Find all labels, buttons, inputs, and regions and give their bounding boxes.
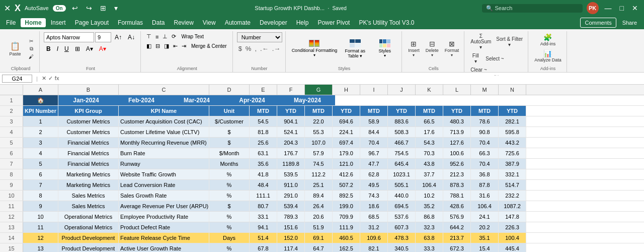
- accounting-button[interactable]: $: [237, 44, 244, 53]
- cell-i5[interactable]: 70.4: [360, 138, 388, 148]
- cell-n12[interactable]: 147.8: [499, 212, 526, 222]
- cell-b7[interactable]: Financial Metrics: [58, 159, 119, 169]
- cell-m15[interactable]: 15.4: [471, 243, 499, 252]
- cell-f11[interactable]: 539.4: [277, 201, 305, 211]
- font-color-button[interactable]: A▾: [97, 44, 109, 53]
- cell-g9[interactable]: 25.1: [305, 180, 333, 190]
- cell-c9[interactable]: Lead Conversion Rate: [119, 180, 209, 190]
- align-right-button[interactable]: ◨: [163, 42, 171, 50]
- cell-b8[interactable]: Marketing Metrics: [58, 169, 119, 179]
- cell-l6[interactable]: 100.6: [443, 148, 471, 158]
- cell-m12[interactable]: 24.1: [471, 212, 499, 222]
- col-b-header[interactable]: B: [58, 85, 119, 95]
- cell-m14[interactable]: 35.1: [471, 233, 499, 243]
- menu-review[interactable]: Review: [170, 18, 197, 27]
- cell-l10[interactable]: 788.1: [443, 191, 471, 201]
- cell-l5[interactable]: 127.6: [443, 138, 471, 148]
- cell-k6[interactable]: 70.3: [416, 148, 443, 158]
- cell-c12[interactable]: Employee Productivity Rate: [119, 212, 209, 222]
- cell-j12[interactable]: 537.6: [388, 212, 416, 222]
- cell-i8[interactable]: 62.8: [360, 169, 388, 179]
- cell-n7[interactable]: 387.9: [499, 159, 526, 169]
- cell-c6[interactable]: Burn Rate: [119, 148, 209, 158]
- cell-a3[interactable]: 1: [23, 116, 58, 127]
- cell-f8[interactable]: 539.5: [277, 169, 305, 179]
- col-n-header[interactable]: N: [499, 85, 526, 95]
- cell-c14[interactable]: Feature Release Cycle Time: [119, 233, 209, 243]
- share-button[interactable]: Share: [617, 18, 642, 27]
- border-button[interactable]: ⊞: [72, 44, 83, 53]
- decrease-font-button[interactable]: A↓: [125, 33, 137, 42]
- cell-k10[interactable]: 10.2: [416, 191, 443, 201]
- cell-k14[interactable]: 63.8: [416, 233, 443, 243]
- cell-k7[interactable]: 43.8: [416, 159, 443, 169]
- cell-d6[interactable]: $/Month: [209, 148, 250, 158]
- cell-j15[interactable]: 340.5: [388, 243, 416, 252]
- cell-a8[interactable]: 6: [23, 169, 58, 179]
- cell-b5[interactable]: Financial Metrics: [58, 138, 119, 148]
- menu-pk-utility[interactable]: PK's Utility Tool V3.0: [355, 18, 418, 27]
- cell-j4[interactable]: 508.3: [388, 127, 416, 137]
- cell-d11[interactable]: $: [209, 201, 250, 211]
- cell-e3[interactable]: 54.5: [250, 116, 277, 127]
- cell-d8[interactable]: %: [209, 169, 250, 179]
- cell-e5[interactable]: 25.6: [250, 138, 277, 148]
- col-m-header[interactable]: M: [471, 85, 499, 95]
- col-h-header[interactable]: H: [333, 85, 360, 95]
- cell-m6[interactable]: 66.3: [471, 148, 499, 158]
- col-k-header[interactable]: K: [416, 85, 443, 95]
- menu-home[interactable]: Home: [21, 18, 45, 27]
- cell-i11[interactable]: 18.6: [360, 201, 388, 211]
- cell-j11[interactable]: 694.5: [388, 201, 416, 211]
- cell-f10[interactable]: 291.0: [277, 191, 305, 201]
- delete-cells-button[interactable]: ⊟ Delete ▾: [424, 39, 441, 58]
- increase-indent-button[interactable]: ⇥: [180, 42, 188, 50]
- cell-h7[interactable]: 121.0: [333, 159, 360, 169]
- cell-m8[interactable]: 36.8: [471, 169, 499, 179]
- col-a-header[interactable]: A: [23, 85, 58, 95]
- increase-font-button[interactable]: A↑: [112, 33, 124, 42]
- cell-b14[interactable]: Product Development: [58, 233, 119, 243]
- cell-d10[interactable]: %: [209, 191, 250, 201]
- cell-a9[interactable]: 7: [23, 180, 58, 190]
- cell-l8[interactable]: 212.3: [443, 169, 471, 179]
- minimize-button[interactable]: —: [603, 3, 614, 13]
- align-top-button[interactable]: ⊤: [145, 32, 153, 41]
- cell-c5[interactable]: Monthly Recurring Revenue (MRR): [119, 138, 209, 148]
- cell-h12[interactable]: 709.9: [333, 212, 360, 222]
- analyze-data-button[interactable]: 📊 Analyze Data: [532, 48, 564, 64]
- menu-data[interactable]: Data: [148, 18, 169, 27]
- cell-h15[interactable]: 162.5: [333, 243, 360, 252]
- cell-i7[interactable]: 47.7: [360, 159, 388, 169]
- cell-j14[interactable]: 478.3: [388, 233, 416, 243]
- user-avatar[interactable]: PK: [587, 2, 599, 14]
- cell-b4[interactable]: Customer Metrics: [58, 127, 119, 137]
- cell-i3[interactable]: 58.9: [360, 116, 388, 127]
- cell-j5[interactable]: 466.7: [388, 138, 416, 148]
- comments-button[interactable]: Comments: [580, 18, 616, 28]
- cell-l11[interactable]: 428.6: [443, 201, 471, 211]
- cell-l3[interactable]: 480.3: [443, 116, 471, 127]
- cell-g4[interactable]: 55.3: [305, 127, 333, 137]
- cell-reference-input[interactable]: [2, 75, 32, 83]
- cell-d5[interactable]: $: [209, 138, 250, 148]
- comma-button[interactable]: ,: [253, 44, 258, 53]
- cell-g8[interactable]: 112.2: [305, 169, 333, 179]
- cell-h3[interactable]: 694.6: [333, 116, 360, 127]
- cell-h6[interactable]: 179.0: [333, 148, 360, 158]
- formula-input[interactable]: [61, 76, 642, 82]
- fill-color-button[interactable]: A▾: [84, 44, 96, 53]
- cell-h8[interactable]: 412.6: [333, 169, 360, 179]
- cell-k15[interactable]: 33.3: [416, 243, 443, 252]
- cell-d7[interactable]: Months: [209, 159, 250, 169]
- cell-k9[interactable]: 106.4: [416, 180, 443, 190]
- decrease-decimal-button[interactable]: .←: [259, 44, 270, 53]
- cell-n15[interactable]: 445.4: [499, 243, 526, 252]
- col-j-header[interactable]: J: [388, 85, 416, 95]
- cell-k13[interactable]: 32.3: [416, 222, 443, 232]
- insert-cells-button[interactable]: ⊞ Insert ▾: [406, 39, 422, 58]
- cell-d3[interactable]: $/Customer: [209, 116, 250, 127]
- cell-m11[interactable]: 106.4: [471, 201, 499, 211]
- percent-button[interactable]: %: [244, 44, 253, 53]
- cell-e11[interactable]: 80.7: [250, 201, 277, 211]
